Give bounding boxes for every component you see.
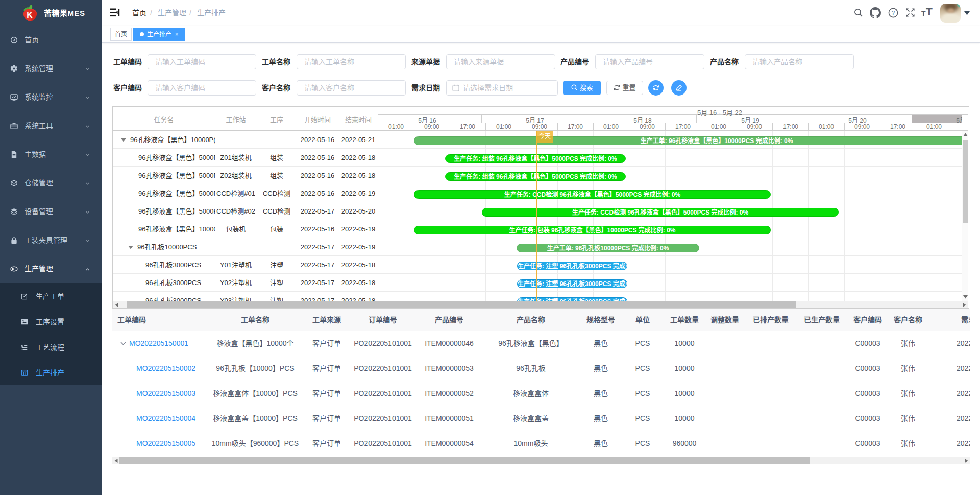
svg-text:?: ?: [892, 10, 895, 16]
svg-text:K: K: [27, 11, 33, 19]
